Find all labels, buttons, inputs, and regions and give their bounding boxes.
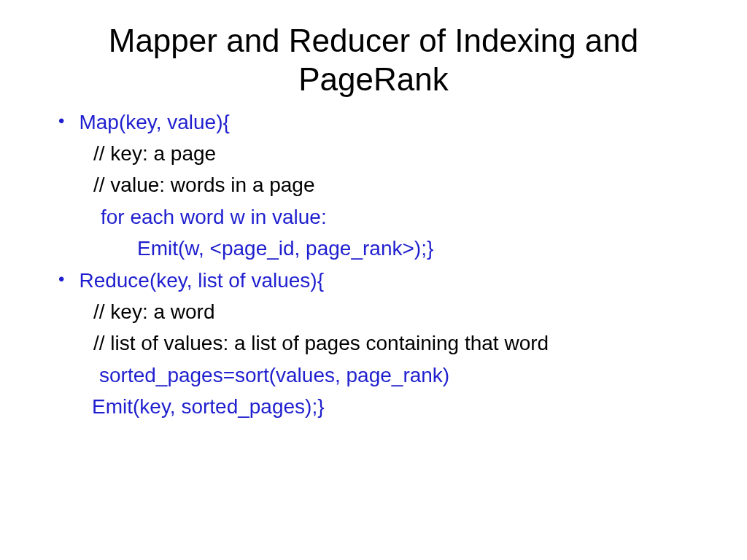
bullet-icon: • bbox=[58, 265, 64, 295]
map-bullet-row: • Map(key, value){ bbox=[51, 106, 696, 138]
map-emit: Emit(w, <page_id, page_rank>);} bbox=[51, 233, 696, 264]
map-comment-value: // value: words in a page bbox=[51, 169, 696, 201]
map-loop: for each word w in value: bbox=[51, 201, 696, 233]
bullet-icon: • bbox=[58, 106, 64, 136]
reduce-sort: sorted_pages=sort(values, page_rank) bbox=[51, 359, 696, 391]
reduce-comment-key: // key: a word bbox=[51, 296, 696, 327]
slide-title: Mapper and Reducer of Indexing and PageR… bbox=[51, 22, 696, 99]
reduce-signature: Reduce(key, list of values){ bbox=[79, 265, 324, 296]
reduce-comment-list: // list of values: a list of pages conta… bbox=[51, 327, 696, 359]
map-signature: Map(key, value){ bbox=[79, 106, 229, 138]
map-comment-key: // key: a page bbox=[51, 138, 696, 169]
slide-content: • Map(key, value){ // key: a page // val… bbox=[51, 106, 696, 423]
reduce-emit: Emit(key, sorted_pages);} bbox=[51, 391, 696, 422]
reduce-bullet-row: • Reduce(key, list of values){ bbox=[51, 265, 696, 296]
